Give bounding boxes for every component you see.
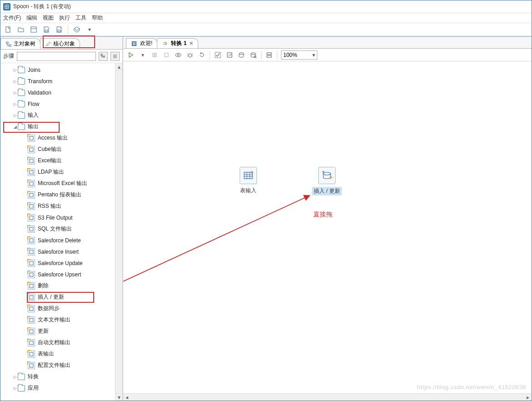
tree-step[interactable]: 更新: [0, 326, 122, 337]
tree-step[interactable]: Pentaho 报表输出: [0, 189, 122, 200]
save-icon[interactable]: [42, 25, 50, 34]
tree-step[interactable]: 自动文档输出: [0, 337, 122, 348]
scroll-down-icon[interactable]: ▾: [115, 393, 122, 401]
filter-input[interactable]: [17, 52, 96, 61]
saveas-icon[interactable]: [55, 25, 63, 34]
explore-icon[interactable]: [30, 25, 38, 34]
tree-step[interactable]: 插入 / 更新: [0, 291, 122, 303]
tree-step[interactable]: 表输出: [0, 348, 122, 360]
node-table-input[interactable]: 表输入: [240, 167, 257, 195]
menu-run[interactable]: 执行: [59, 14, 70, 22]
tree-step[interactable]: 数据同步: [0, 303, 122, 314]
expander-closed-icon[interactable]: ▷: [12, 68, 18, 72]
tree-step[interactable]: Salesforce Insert: [0, 246, 122, 257]
expander-closed-icon[interactable]: ▷: [12, 102, 18, 106]
insert-update-icon: [318, 167, 336, 184]
expander-closed-icon[interactable]: ▷: [12, 90, 18, 95]
svg-rect-22: [30, 216, 33, 220]
analyze-icon[interactable]: [226, 51, 234, 59]
tree-step[interactable]: 配置文件输出: [0, 360, 122, 371]
drag-arrow-annotation: [123, 61, 341, 334]
tree-step[interactable]: S3 File Output: [0, 212, 122, 223]
menu-edit[interactable]: 编辑: [26, 14, 37, 22]
tree-step[interactable]: Cube输出: [0, 144, 122, 155]
tree-step[interactable]: Microsoft Excel 输出: [0, 178, 122, 189]
tree-folder[interactable]: ▷应用: [0, 382, 122, 394]
node-label: 表输入: [240, 187, 256, 195]
canvas-h-scrollbar[interactable]: ◂ ▸: [123, 393, 532, 401]
scroll-right-icon[interactable]: ▸: [524, 394, 532, 401]
pause-icon[interactable]: [151, 51, 159, 59]
step-icon: [28, 135, 35, 142]
step-icon: [28, 316, 35, 324]
close-tab-icon[interactable]: ✕: [189, 40, 193, 46]
expander-closed-icon[interactable]: ▷: [12, 113, 18, 118]
menu-file[interactable]: 文件(F): [3, 14, 21, 22]
expander-closed-icon[interactable]: ▷: [12, 375, 18, 379]
tab-main-tree[interactable]: 主对象树: [0, 38, 40, 49]
node-label: 插入 / 更新: [312, 187, 342, 195]
scroll-track[interactable]: [130, 394, 524, 401]
expander-open-icon[interactable]: ◢: [12, 125, 18, 129]
scroll-left-icon[interactable]: ◂: [123, 394, 130, 401]
tree-step[interactable]: RSS 输出: [0, 200, 122, 212]
svg-rect-4: [31, 27, 36, 32]
tree-folder[interactable]: ▷转换: [0, 371, 122, 382]
verify-icon[interactable]: [214, 51, 222, 59]
menu-view[interactable]: 视图: [43, 14, 54, 22]
expand-tree-button[interactable]: [99, 52, 108, 61]
menu-help[interactable]: 帮助: [92, 14, 103, 22]
debug-icon[interactable]: [186, 51, 194, 59]
folder-icon: [18, 101, 25, 107]
scroll-up-icon[interactable]: ▴: [115, 63, 122, 70]
tree-step[interactable]: 删除: [0, 280, 122, 291]
tree-folder[interactable]: ▷输入: [0, 110, 122, 121]
toolbar-separator: [261, 51, 261, 59]
tree-step[interactable]: SQL 文件输出: [0, 223, 122, 235]
tab-transform-1[interactable]: 转换 1 ✕: [157, 38, 198, 48]
tree-step[interactable]: Access 输出: [0, 132, 122, 144]
tab-welcome[interactable]: 欢迎!: [126, 38, 157, 48]
steps-tree[interactable]: ▷Joins▷Transform▷Validation▷Flow▷输入◢输出Ac…: [0, 63, 122, 401]
explore-db-icon[interactable]: [249, 51, 257, 59]
open-icon[interactable]: [17, 25, 25, 34]
tree-step[interactable]: Excel输出: [0, 155, 122, 166]
tree-step[interactable]: Salesforce Delete: [0, 235, 122, 246]
sidebar-tabs: 主对象树 核心对象: [0, 37, 122, 50]
tree-step[interactable]: 文本文件输出: [0, 314, 122, 326]
tree-folder[interactable]: ▷Joins: [0, 64, 122, 75]
show-results-icon[interactable]: [265, 51, 273, 59]
perspective-icon[interactable]: [73, 25, 81, 34]
expander-closed-icon[interactable]: ▷: [12, 386, 18, 391]
tree-scrollbar[interactable]: ▴ ▾: [115, 63, 122, 401]
svg-rect-19: [30, 182, 33, 185]
tree-step[interactable]: Salesforce Upsert: [0, 269, 122, 280]
replay-icon[interactable]: [198, 51, 206, 59]
svg-rect-30: [30, 307, 33, 311]
tree-folder[interactable]: ◢输出: [0, 121, 122, 132]
svg-point-44: [176, 53, 181, 57]
titlebar: Spoon - 转换 1 (有变动): [0, 0, 532, 13]
tab-core-objects[interactable]: 核心对象: [40, 38, 80, 49]
svg-rect-35: [30, 364, 33, 367]
zoom-select[interactable]: 100% ▾: [281, 50, 317, 60]
canvas[interactable]: 表输入 插入 / 更新 直接拖 https://blog.csdn.net/we…: [123, 61, 532, 393]
svg-rect-59: [244, 172, 252, 179]
tree-folder[interactable]: ▷Flow: [0, 98, 122, 110]
tree-step[interactable]: Salesforce Update: [0, 257, 122, 269]
dropdown-run-icon[interactable]: ▾: [139, 51, 147, 59]
new-icon[interactable]: [4, 25, 12, 34]
preview-icon[interactable]: [174, 51, 182, 59]
sql-icon[interactable]: [237, 51, 246, 59]
node-insert-update[interactable]: 插入 / 更新: [312, 167, 342, 195]
menu-tools[interactable]: 工具: [75, 14, 86, 22]
dropdown-icon[interactable]: ▾: [85, 25, 94, 34]
run-icon[interactable]: [127, 51, 135, 59]
tree-folder[interactable]: ▷Validation: [0, 87, 122, 98]
tree-step[interactable]: LDAP 输出: [0, 166, 122, 178]
expander-closed-icon[interactable]: ▷: [12, 79, 18, 84]
collapse-tree-button[interactable]: [110, 52, 120, 61]
stop-icon[interactable]: [162, 51, 171, 59]
editor-toolbar: ▾ 100% ▾: [123, 49, 532, 61]
tree-folder[interactable]: ▷Transform: [0, 75, 122, 87]
